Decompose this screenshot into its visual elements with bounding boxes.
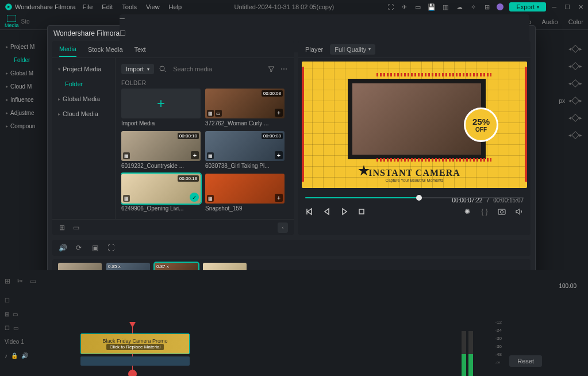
bell-icon[interactable]: ✧ (469, 3, 477, 11)
preview-panel: Player Full Quality▾ 25% OFF INSTANT CAM… (298, 41, 531, 235)
preview-decor (525, 67, 527, 183)
modal-maximize-icon[interactable]: ☐ (120, 29, 529, 37)
timeline-tools: ⊞ ✂ ▭ (5, 277, 36, 285)
add-icon[interactable]: + (275, 109, 283, 117)
filter-icon[interactable] (267, 66, 275, 72)
export-button[interactable]: Export▾ (509, 2, 546, 11)
add-icon[interactable]: + (191, 151, 199, 159)
sidebar-project-media[interactable]: ▾Project Media (52, 62, 115, 76)
cloud-icon[interactable]: ☁ (455, 3, 463, 11)
bg-influence[interactable]: ▸Influence (3, 93, 48, 106)
sidebar-folder[interactable]: Folder (52, 76, 115, 91)
new-folder-icon[interactable]: ⊞ (58, 224, 66, 232)
modal-titlebar: Wondershare Filmora ─ ☐ ✕ (48, 26, 535, 41)
svg-rect-1 (7, 15, 16, 22)
fit-icon[interactable]: ⛶ (106, 244, 116, 252)
minimize-icon[interactable]: ─ (552, 3, 556, 11)
play-icon[interactable] (340, 207, 349, 216)
tab-audio[interactable]: Audio (542, 18, 558, 25)
app-titlebar: Wondershare Filmora File Edit Tools View… (0, 0, 588, 14)
media-tab[interactable]: Media (5, 15, 19, 28)
tl-tool-icon[interactable]: ▭ (30, 277, 36, 285)
media-toolbar: Import▾ ⋯ (121, 62, 288, 76)
bg-global-media[interactable]: ▸Global M (3, 67, 48, 80)
import-dropdown[interactable]: Import▾ (121, 64, 154, 74)
tl-tool-icon[interactable]: ⊞ (5, 277, 10, 285)
bg-cloud-media[interactable]: ▸Cloud M (3, 80, 48, 93)
grid-icon[interactable]: ⊞ (483, 3, 491, 11)
bg-compound[interactable]: ▸Compoun (3, 120, 48, 133)
gift-icon[interactable]: ⛶ (386, 3, 394, 11)
modal-minimize-icon[interactable]: ─ (120, 14, 529, 22)
document-title: Untitled-2024-10-31 18 02 05(copy) (182, 3, 386, 10)
more-icon[interactable]: ⋯ (280, 65, 288, 73)
crop-icon[interactable]: ▣ (90, 244, 99, 252)
titlebar-right-icons: ⛶ ✈ ▭ 💾 ▥ ☁ ✧ ⊞ Export▾ (386, 2, 546, 11)
add-icon[interactable]: + (275, 194, 283, 202)
prev-frame-icon[interactable] (305, 207, 314, 216)
menu-tools[interactable]: Tools (122, 3, 137, 10)
sidebar-global-media[interactable]: ▸Global Media (52, 91, 115, 106)
sto-tab[interactable]: Sto (21, 18, 30, 25)
collapse-sidebar-icon[interactable]: ‹ (278, 222, 288, 233)
tab-text[interactable]: Text (134, 43, 146, 56)
color-icon[interactable]: ✺ (463, 207, 472, 216)
send-icon[interactable]: ✈ (400, 3, 408, 11)
timeline-clip[interactable]: Black Friday Camera Promo Click to Repla… (80, 333, 190, 354)
discount-badge: 25% OFF (464, 108, 498, 142)
media-content: Import▾ ⋯ FOLDER + Import Media (116, 58, 294, 219)
library-icon[interactable]: ▥ (441, 3, 449, 11)
maximize-icon[interactable]: ☐ (564, 3, 570, 11)
media-item[interactable]: 00:00:10▦+ 6019232_Countryside ... (121, 131, 201, 169)
tab-media[interactable]: Media (59, 42, 76, 57)
media-import-tile[interactable]: + Import Media (121, 89, 201, 126)
rotate-icon[interactable]: ⟳ (74, 244, 83, 252)
snapshot-icon[interactable] (497, 207, 506, 216)
track-header[interactable]: ⊞▭ (5, 307, 39, 321)
bg-project-media[interactable]: ▸Project M (3, 40, 48, 53)
media-item[interactable]: ▦+ Snapshot_159 (205, 174, 285, 212)
bg-adjust[interactable]: ▸Adjustme (3, 106, 48, 120)
media-item[interactable]: 00:00:08▦▭+ 372762_Woman Curly ... (205, 89, 285, 126)
scrubber[interactable] (305, 194, 524, 202)
bracket-icon[interactable]: { } (480, 207, 489, 216)
add-icon[interactable]: + (275, 151, 283, 159)
tab-color[interactable]: Color (568, 18, 583, 25)
timeline-track-headers: ☐ ⊞▭ ☐▭ Video 1 ♪🔒🔊 (5, 293, 39, 362)
app-name: Wondershare Filmora (15, 3, 76, 10)
folder-icon[interactable]: ▭ (72, 224, 80, 232)
device-icon[interactable]: ▭ (414, 3, 422, 11)
svg-point-6 (501, 210, 504, 213)
stop-icon[interactable] (357, 207, 366, 216)
track-audio[interactable]: ♪🔒🔊 (5, 348, 39, 362)
volume-icon[interactable] (514, 207, 524, 216)
step-back-icon[interactable] (322, 207, 332, 216)
menu-help[interactable]: Help (169, 3, 182, 10)
svg-point-2 (160, 66, 164, 71)
media-item[interactable]: 00:00:08▦+ 6030738_Girl Taking Pi... (205, 131, 285, 169)
menu-file[interactable]: File (83, 3, 93, 10)
track-video-1[interactable]: Video 1 (5, 335, 39, 348)
player-label: Player (305, 46, 323, 53)
folder-header: FOLDER (121, 80, 288, 86)
audio-icon[interactable]: 🔊 (58, 244, 67, 252)
menu-view[interactable]: View (146, 3, 160, 10)
reset-button[interactable]: Reset (509, 355, 542, 367)
sidebar-cloud-media[interactable]: ▸Cloud Media (52, 106, 115, 121)
tl-tool-icon[interactable]: ✂ (17, 277, 23, 285)
avatar-icon[interactable] (497, 3, 504, 10)
timeline-audio-clip[interactable] (80, 356, 190, 366)
track-header[interactable]: ☐ (5, 293, 39, 307)
menu-edit[interactable]: Edit (102, 3, 113, 10)
quality-select[interactable]: Full Quality▾ (330, 44, 375, 55)
preview-viewport[interactable]: 25% OFF INSTANT CAMERA Capture Your Beau… (302, 62, 527, 188)
track-header[interactable]: ☐▭ (5, 321, 39, 335)
tab-stock-media[interactable]: Stock Media (88, 43, 123, 56)
save-icon[interactable]: 💾 (428, 3, 436, 11)
clip-tools: 🔊 ⟳ ▣ ⛶ (52, 240, 531, 256)
close-icon[interactable]: ✕ (578, 3, 583, 11)
search-input[interactable] (173, 66, 259, 72)
media-item[interactable]: 00:00:18▦✓ 6249906_Opening Livi... (121, 174, 201, 212)
bg-folder[interactable]: Folder (3, 53, 48, 67)
search-icon[interactable] (159, 66, 167, 72)
